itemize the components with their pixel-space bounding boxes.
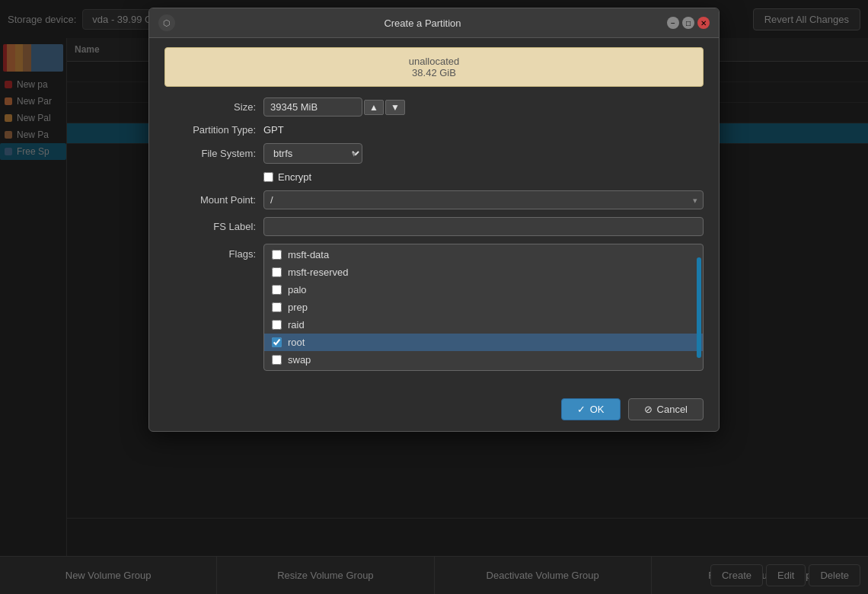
filesystem-row: File System: btrfs ext4 xfs fat32 swap ▾	[164, 143, 704, 164]
modal-footer: ✓ OK ⊘ Cancel	[149, 391, 719, 431]
modal-cancel-button[interactable]: ⊘ Cancel	[628, 398, 704, 420]
filesystem-label: File System:	[164, 148, 263, 159]
flag-item-swap[interactable]: swap	[264, 351, 703, 369]
size-up-button[interactable]: ▲	[364, 100, 384, 115]
filesystem-select[interactable]: btrfs ext4 xfs fat32 swap	[263, 143, 362, 164]
flag-checkbox-palo[interactable]	[272, 285, 282, 295]
ok-label: OK	[590, 404, 605, 415]
flags-list: msft-data msft-reserved palo prep	[264, 244, 703, 370]
flag-item-prep[interactable]: prep	[264, 299, 703, 316]
size-label: Size:	[164, 101, 263, 113]
modal-body: unallocated 38.42 GiB Size: ▲ ▼ Partitio…	[149, 38, 719, 391]
mountpoint-row: Mount Point: / /boot /boot/efi /home /va…	[164, 190, 704, 209]
flag-checkbox-root[interactable]	[272, 337, 282, 347]
modal-close-button[interactable]: ✕	[697, 17, 710, 29]
modal-title: Create a Partition	[181, 18, 664, 29]
flag-label-root: root	[288, 337, 305, 348]
size-down-button[interactable]: ▼	[385, 100, 405, 115]
encrypt-label[interactable]: Encrypt	[278, 171, 311, 183]
flags-container: msft-data msft-reserved palo prep	[263, 244, 704, 371]
unallocated-size: 38.42 GiB	[173, 67, 695, 78]
checkmark-icon: ✓	[577, 404, 586, 415]
mountpoint-select[interactable]: / /boot /boot/efi /home /var	[263, 190, 704, 209]
size-input[interactable]	[263, 97, 362, 117]
flag-checkbox-prep[interactable]	[272, 302, 282, 312]
fslabel-input[interactable]	[263, 217, 704, 236]
flag-item-root[interactable]: root	[264, 334, 703, 351]
flag-checkbox-msft-reserved[interactable]	[272, 267, 282, 277]
unallocated-label: unallocated	[173, 56, 695, 67]
modal-ok-button[interactable]: ✓ OK	[561, 398, 621, 420]
partition-type-label: Partition Type:	[164, 124, 263, 136]
encrypt-checkbox[interactable]	[263, 172, 273, 182]
unallocated-bar: unallocated 38.42 GiB	[164, 47, 704, 87]
modal-app-icon: ⬡	[158, 14, 175, 31]
encrypt-row: Encrypt	[164, 171, 704, 183]
flag-checkbox-swap[interactable]	[272, 355, 282, 365]
modal-maximize-button[interactable]: □	[682, 17, 694, 29]
mountpoint-select-wrapper: / /boot /boot/efi /home /var ▾	[263, 190, 704, 209]
modal-minimize-button[interactable]: −	[667, 17, 679, 29]
flags-label: Flags:	[164, 244, 263, 260]
mountpoint-label: Mount Point:	[164, 194, 263, 206]
flag-label-msft-data: msft-data	[288, 249, 329, 260]
fslabel-row: FS Label:	[164, 217, 704, 236]
flag-checkbox-msft-data[interactable]	[272, 250, 282, 260]
flag-label-swap: swap	[288, 354, 311, 366]
flag-label-palo: palo	[288, 284, 307, 295]
modal-titlebar: ⬡ Create a Partition − □ ✕	[149, 8, 719, 38]
flag-checkbox-raid[interactable]	[272, 320, 282, 330]
cancel-icon: ⊘	[644, 404, 653, 415]
flag-item-msft-reserved[interactable]: msft-reserved	[264, 263, 703, 281]
flag-label-msft-reserved: msft-reserved	[288, 267, 348, 278]
flag-item-palo[interactable]: palo	[264, 281, 703, 299]
partition-type-value: GPT	[263, 124, 284, 136]
app-icon-glyph: ⬡	[163, 18, 171, 28]
flags-row: Flags: msft-data msft-reserved	[164, 244, 704, 371]
flags-scrollbar[interactable]	[697, 257, 701, 358]
flag-label-prep: prep	[288, 302, 308, 313]
flag-label-raid: raid	[288, 319, 305, 331]
cancel-label: Cancel	[657, 404, 688, 415]
flag-item-raid[interactable]: raid	[264, 316, 703, 334]
modal-overlay: ⬡ Create a Partition − □ ✕ unallocated 3…	[0, 0, 868, 594]
fslabel-label: FS Label:	[164, 221, 263, 232]
flag-item-msft-data[interactable]: msft-data	[264, 246, 703, 263]
partition-type-row: Partition Type: GPT	[164, 124, 704, 136]
size-row: Size: ▲ ▼	[164, 97, 704, 117]
modal-dialog: ⬡ Create a Partition − □ ✕ unallocated 3…	[148, 8, 720, 432]
